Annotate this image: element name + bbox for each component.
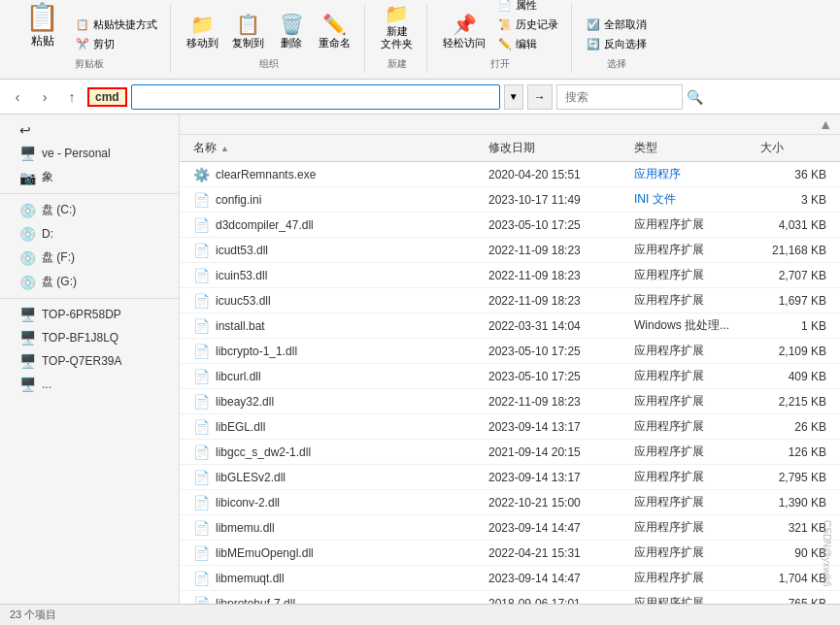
- file-type-cell: INI 文件: [628, 187, 755, 212]
- header-size[interactable]: 大小: [755, 135, 832, 161]
- header-name[interactable]: 名称 ▲: [187, 135, 483, 161]
- open-label: 打开: [490, 57, 510, 71]
- status-bar: 23 个项目: [0, 604, 840, 625]
- file-type: 应用程序扩展: [634, 393, 704, 410]
- file-size: 21,168 KB: [772, 244, 826, 257]
- file-name-cell: 📄 libGLESv2.dll: [187, 465, 483, 489]
- file-row[interactable]: 📄 libMEmuOpengl.dll 2022-04-21 15:31 应用程…: [180, 541, 840, 566]
- sidebar-item-0[interactable]: ↩: [0, 118, 179, 142]
- sidebar-item-c[interactable]: 💿 盘 (C:): [0, 198, 179, 222]
- file-type-cell: 应用程序扩展: [628, 389, 755, 413]
- up-button[interactable]: ↑: [60, 85, 84, 109]
- history-button[interactable]: 📜 历史记录: [493, 16, 563, 34]
- address-dropdown[interactable]: ▼: [504, 84, 523, 110]
- paste-shortcut-label: 粘贴快捷方式: [93, 17, 157, 32]
- file-icon: 📄: [193, 520, 210, 536]
- sidebar-icon-0: ↩: [19, 122, 31, 138]
- file-name: libmemu.dll: [216, 521, 275, 535]
- file-row[interactable]: 📄 libcrypto-1_1.dll 2023-05-10 17:25 应用程…: [180, 339, 840, 364]
- paste-shortcut-button[interactable]: 📋 粘贴快捷方式: [71, 16, 162, 34]
- search-input[interactable]: [556, 84, 683, 110]
- address-go-button[interactable]: →: [527, 84, 553, 110]
- file-row[interactable]: 📄 libeay32.dll 2022-11-09 18:23 应用程序扩展 2…: [180, 389, 840, 414]
- file-row[interactable]: 📄 libcurl.dll 2023-05-10 17:25 应用程序扩展 40…: [180, 364, 840, 389]
- header-date[interactable]: 修改日期: [483, 135, 628, 161]
- sidebar-item-more[interactable]: 🖥️ ...: [0, 373, 179, 396]
- file-row[interactable]: 📄 libEGL.dll 2023-09-14 13:17 应用程序扩展 26 …: [180, 414, 840, 440]
- cut-icon: ✂️: [76, 38, 89, 50]
- file-size: 36 KB: [794, 168, 826, 181]
- rename-icon: ✏️: [322, 15, 347, 34]
- sidebar-item-ve[interactable]: 🖥️ ve - Personal: [0, 142, 179, 165]
- file-date-cell: 2022-10-21 15:00: [483, 490, 628, 514]
- invert-button[interactable]: 🔄 反向选择: [582, 35, 652, 53]
- properties-button[interactable]: 📄 属性: [493, 0, 563, 15]
- file-name-cell: 📄 icuuc53.dll: [187, 288, 483, 312]
- file-date-cell: 2023-05-10 17:25: [483, 339, 628, 363]
- file-row[interactable]: 📄 icudt53.dll 2022-11-09 18:23 应用程序扩展 21…: [180, 238, 840, 263]
- sidebar-label-ve: ve - Personal: [42, 147, 111, 160]
- move-to-label: 移动到: [186, 36, 218, 50]
- file-icon: 📄: [193, 419, 210, 435]
- sidebar-item-top3[interactable]: 🖥️ TOP-Q7ER39A: [0, 349, 179, 373]
- file-date: 2023-10-17 11:49: [488, 193, 581, 207]
- sidebar-icon-f: 💿: [19, 250, 36, 266]
- file-date-cell: 2022-11-09 18:23: [483, 288, 628, 312]
- sort-arrow-top[interactable]: ▲: [819, 116, 832, 132]
- cut-button[interactable]: ✂️ 剪切: [71, 35, 162, 53]
- file-name: libeay32.dll: [216, 395, 274, 409]
- history-label: 历史记录: [516, 17, 558, 32]
- forward-button[interactable]: ›: [33, 85, 56, 109]
- rename-button[interactable]: ✏️ 重命名: [313, 12, 356, 53]
- paste-label: 粘贴: [31, 33, 54, 49]
- sidebar-item-g[interactable]: 💿 盘 (G:): [0, 270, 179, 294]
- header-type[interactable]: 类型: [628, 135, 755, 161]
- file-row[interactable]: 📄 icuin53.dll 2022-11-09 18:23 应用程序扩展 2,…: [180, 263, 840, 288]
- file-type-cell: 应用程序扩展: [628, 515, 755, 540]
- edit-button[interactable]: ✏️ 编辑: [493, 35, 563, 53]
- file-row[interactable]: 📄 install.bat 2022-03-31 14:04 Windows 批…: [180, 313, 840, 339]
- file-date-cell: 2023-10-17 11:49: [483, 187, 628, 212]
- file-row[interactable]: 📄 libprotobuf-7.dll 2018-09-06 17:01 应用程…: [180, 591, 840, 604]
- sidebar-icon-camera: 📷: [19, 170, 36, 185]
- address-input[interactable]: [131, 84, 500, 110]
- file-name-cell: 📄 install.bat: [187, 313, 483, 338]
- file-date: 2023-09-14 13:17: [488, 471, 581, 484]
- file-row[interactable]: 📄 config.ini 2023-10-17 11:49 INI 文件 3 K…: [180, 187, 840, 213]
- file-date-cell: 2023-09-14 14:47: [483, 566, 628, 590]
- sidebar-item-top1[interactable]: 🖥️ TOP-6PR58DP: [0, 303, 179, 326]
- paste-button[interactable]: 📋 粘贴: [16, 0, 69, 53]
- file-row[interactable]: 📄 libmemuqt.dll 2023-09-14 14:47 应用程序扩展 …: [180, 566, 840, 591]
- file-row[interactable]: ⚙️ clearRemnants.exe 2020-04-20 15:51 应用…: [180, 162, 840, 187]
- file-date: 2022-11-09 18:23: [488, 294, 581, 308]
- file-size-cell: 765 KB: [755, 591, 832, 604]
- file-name-cell: 📄 libcrypto-1_1.dll: [187, 339, 483, 363]
- file-row[interactable]: 📄 libgcc_s_dw2-1.dll 2021-09-14 20:15 应用…: [180, 440, 840, 465]
- easy-access-button[interactable]: 📌 轻松访问: [437, 12, 491, 53]
- file-row[interactable]: 📄 icuuc53.dll 2022-11-09 18:23 应用程序扩展 1,…: [180, 288, 840, 313]
- sidebar-item-d[interactable]: 💿 D:: [0, 222, 179, 246]
- move-to-button[interactable]: 📁 移动到: [181, 12, 224, 53]
- sidebar-item-camera[interactable]: 📷 象: [0, 165, 179, 189]
- file-list-body[interactable]: ⚙️ clearRemnants.exe 2020-04-20 15:51 应用…: [180, 162, 840, 604]
- clipboard-group: 📋 粘贴 📋 粘贴快捷方式 ✂️ 剪切 剪贴板: [8, 4, 171, 73]
- file-name-cell: 📄 libMEmuOpengl.dll: [187, 541, 483, 565]
- back-button[interactable]: ‹: [6, 85, 29, 109]
- sidebar-item-top2[interactable]: 🖥️ TOP-BF1J8LQ: [0, 326, 179, 349]
- file-row[interactable]: 📄 libmemu.dll 2023-09-14 14:47 应用程序扩展 32…: [180, 515, 840, 541]
- file-type-cell: Windows 批处理...: [628, 313, 755, 338]
- select-all-button[interactable]: ☑️ 全部取消: [582, 16, 652, 34]
- file-date: 2022-11-09 18:23: [488, 395, 581, 409]
- delete-button[interactable]: 🗑️ 删除: [272, 12, 311, 53]
- select-buttons: ☑️ 全部取消 🔄 反向选择: [582, 16, 652, 53]
- copy-to-button[interactable]: 📋 复制到: [226, 12, 270, 53]
- sidebar-item-f[interactable]: 💿 盘 (F:): [0, 246, 179, 270]
- file-icon: 📄: [193, 470, 210, 485]
- file-row[interactable]: 📄 d3dcompiler_47.dll 2023-05-10 17:25 应用…: [180, 213, 840, 238]
- file-type: 应用程序扩展: [634, 595, 704, 604]
- sidebar-icon-top1: 🖥️: [19, 307, 36, 322]
- new-folder-button[interactable]: 📁 新建文件夹: [375, 1, 419, 53]
- file-date-cell: 2023-09-14 13:17: [483, 465, 628, 489]
- file-row[interactable]: 📄 libGLESv2.dll 2023-09-14 13:17 应用程序扩展 …: [180, 465, 840, 490]
- file-row[interactable]: 📄 libiconv-2.dll 2022-10-21 15:00 应用程序扩展…: [180, 490, 840, 515]
